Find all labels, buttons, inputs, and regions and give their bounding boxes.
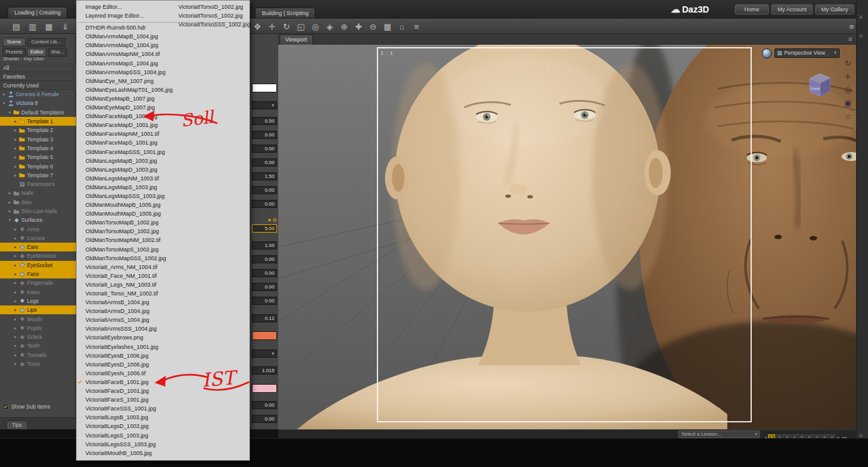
menu-item-oldmanarmsmapb-1004-jpg[interactable]: OldManArmsMapB_1004.jpg <box>77 32 251 41</box>
property-value-field[interactable]: 0.00 <box>252 158 277 167</box>
expand-arrow-icon[interactable]: ► <box>13 353 18 357</box>
color-swatch[interactable] <box>252 384 277 393</box>
menu-item-victoria8-torso-nm-1002-tif[interactable]: Victoria8_Torso_NM_1002.tif <box>77 289 251 298</box>
tree-item-ears[interactable]: ►Ears <box>0 243 76 251</box>
tab-building-scripting[interactable]: Building | Scripting <box>255 8 315 18</box>
nav-button-home[interactable]: Home <box>735 4 769 14</box>
property-dropdown[interactable]: ▼ <box>252 101 277 109</box>
menu-item-victoria8torsosss-1002-jpg[interactable]: Victoria8TorsoSSS_1002.jpg <box>170 20 250 29</box>
menu-item-victoria8eyelashes-1001-jpg[interactable]: Victoria8Eyelashes_1001.jpg <box>77 343 251 351</box>
scale-tool-icon[interactable]: ◱ <box>295 21 307 33</box>
menu-item-victoria8facesss-1001-jpg[interactable]: Victoria8FaceSSS_1001.jpg <box>77 404 251 413</box>
property-value-field[interactable]: 0.00 <box>252 415 277 423</box>
menu-item-oldmantorsomapd-1002-jpg[interactable]: OldManTorsoMapD_1002.jpg <box>77 227 251 236</box>
tips-tab[interactable]: Tips <box>6 420 28 430</box>
tree-item-nails[interactable]: ►Nails <box>0 189 76 197</box>
property-value-field[interactable]: 1.015 <box>252 366 277 375</box>
tree-item-template-4[interactable]: ►Template 4 <box>0 144 76 153</box>
property-value-field[interactable]: 5.00 <box>252 224 277 233</box>
expand-arrow-icon[interactable]: ► <box>13 138 18 141</box>
expand-arrow-icon[interactable]: ► <box>13 335 18 339</box>
tree-item-template-6[interactable]: ►Template 6 <box>0 162 76 170</box>
expand-arrow-icon[interactable]: ► <box>7 201 13 204</box>
tree-item-template-7[interactable]: ►Template 7 <box>0 171 76 180</box>
dock-handle-icon[interactable]: ≡ <box>859 14 862 20</box>
expand-arrow-icon[interactable]: ► <box>13 317 18 321</box>
tree-item-face[interactable]: ►Face <box>0 270 76 278</box>
import-asset-icon[interactable]: ⇓ <box>59 21 72 33</box>
pan-camera-icon[interactable]: ✚ <box>352 21 365 33</box>
scene-options-icon[interactable]: ≡ <box>410 21 423 33</box>
tree-item-sclera[interactable]: ►Sclera <box>0 332 76 341</box>
dock-handle-icon[interactable]: ≡ <box>859 33 862 39</box>
collapse-arrow-icon[interactable]: ▼ <box>7 218 13 222</box>
menu-item-oldmanfacemaps-1001-jpg[interactable]: OldManFaceMapS_1001.jpg <box>77 138 251 147</box>
menu-item-oldmanlegsmaps-1003-jpg[interactable]: OldManLegsMapS_1003.jpg <box>77 183 251 192</box>
collapse-arrow-icon[interactable]: ▼ <box>7 111 13 114</box>
menu-item-oldmaneyemapd-1007-jpg[interactable]: OldManEyeMapD_1007.jpg <box>77 103 251 112</box>
tree-item-toenails[interactable]: ►Toenails <box>0 351 76 360</box>
tree-item-pupils[interactable]: ►Pupils <box>0 324 76 332</box>
expand-arrow-icon[interactable]: ► <box>13 128 18 132</box>
menu-item-oldmanlegsmapsss-1003-jpg[interactable]: OldManLegsMapSSS_1003.jpg <box>77 192 251 201</box>
menu-item-oldmaneye-nm-1007-png[interactable]: OldManEye_NM_1007.png <box>77 77 251 85</box>
checkbox-checked-icon[interactable]: ✔ <box>3 404 9 410</box>
expand-arrow-icon[interactable]: ► <box>13 245 18 249</box>
tree-item-irises[interactable]: ►Irises <box>0 288 76 297</box>
tree-item-teeth[interactable]: ►Teeth <box>0 341 76 350</box>
lesson-select-dropdown[interactable]: Select a Lesson... ▼ <box>678 431 760 438</box>
menu-item-oldmanfacemapnm-1001-tif[interactable]: OldManFaceMapNM_1001.tif <box>77 129 251 138</box>
property-value-field[interactable]: 1.00 <box>252 241 277 250</box>
surface-selection-tool-icon[interactable]: ◈ <box>323 21 336 33</box>
menu-item-victoria8-arms-nm-1004-tif[interactable]: Victoria8_Arms_NM_1004.tif <box>77 263 251 272</box>
new-document-icon[interactable]: ▤ <box>10 21 23 33</box>
universal-tool-icon[interactable]: ✥ <box>251 21 264 33</box>
home-view-icon[interactable]: ⌂ <box>842 110 854 123</box>
nav-button-my-account[interactable]: My Account <box>771 4 813 14</box>
expand-arrow-icon[interactable]: ► <box>13 155 18 159</box>
orientation-cube-gizmo[interactable]: Front <box>805 69 835 100</box>
viewport-lighting-sphere-icon[interactable] <box>762 48 772 58</box>
nav-button-my-gallery[interactable]: My Gallery <box>815 4 854 14</box>
tree-item-template-2[interactable]: ►Template 2 <box>0 126 76 135</box>
show-sub-items-checkbox[interactable]: ✔ Show Sub Items <box>3 404 50 410</box>
expand-arrow-icon[interactable]: ► <box>13 308 18 312</box>
expand-arrow-icon[interactable]: ► <box>13 165 18 168</box>
tree-item-fingernails[interactable]: ►Fingernails <box>0 278 76 287</box>
dolly-camera-icon[interactable]: ⊖ <box>367 21 379 33</box>
expand-arrow-icon[interactable]: ► <box>13 254 18 258</box>
editor-tab-sha[interactable]: Sha... <box>48 48 67 57</box>
menu-item-oldmaneyelashmapt01-1006-jpg[interactable]: OldManEyeLashMapT01_1006.jpg <box>77 85 251 94</box>
menu-item-oldmantorsomapnm-1002-tif[interactable]: OldManTorsoMapNM_1002.tif <box>77 236 251 244</box>
editor-tab-editor[interactable]: Editor <box>27 48 46 57</box>
expand-arrow-icon[interactable]: ► <box>13 344 18 348</box>
expand-arrow-icon[interactable]: ► <box>13 228 18 231</box>
tree-item-torso[interactable]: ►Torso <box>0 360 76 368</box>
expand-arrow-icon[interactable]: ► <box>13 272 18 276</box>
tree-item-skin-lips-nails[interactable]: ►Skin-Lips-Nails <box>0 207 76 216</box>
property-value-field[interactable]: 0.00 <box>252 255 277 263</box>
property-dropdown[interactable]: ▼ <box>252 349 277 358</box>
view-mode-dropdown[interactable]: ▦Perspective View▼ <box>774 48 840 58</box>
translate-tool-icon[interactable]: ✛ <box>266 21 278 33</box>
property-value-field[interactable]: 1.50 <box>252 172 277 180</box>
rotate-tool-icon[interactable]: ↻ <box>280 21 293 33</box>
menu-item-victoria8armsb-1004-jpg[interactable]: Victoria8ArmsB_1004.jpg <box>77 298 251 307</box>
reset-camera-icon[interactable]: ⌂ <box>396 21 408 33</box>
menu-item-victoria8legsb-1003-jpg[interactable]: Victoria8LegsB_1003.jpg <box>77 413 251 422</box>
color-swatch[interactable] <box>252 84 277 92</box>
expand-arrow-icon[interactable]: ► <box>13 146 18 150</box>
property-value-field[interactable]: 0.00 <box>252 131 277 139</box>
menu-item-oldmanfacemapsss-1001-jpg[interactable]: OldManFaceMapSSS_1001.jpg <box>77 148 251 157</box>
expand-arrow-icon[interactable]: ► <box>13 119 18 123</box>
tree-item-skin[interactable]: ►Skin <box>0 198 76 207</box>
menu-item-victoria8mouthb-1005-jpg[interactable]: Victoria8MouthB_1005.jpg <box>77 449 251 458</box>
menu-item-victoria8armssss-1004-jpg[interactable]: Victoria8ArmsSSS_1004.jpg <box>77 324 251 333</box>
open-file-icon[interactable]: ▥ <box>26 21 39 33</box>
menu-item-victoria8faced-1001-jpg[interactable]: Victoria8FaceD_1001.jpg <box>77 387 251 395</box>
menu-item-victoria8armss-1004-jpg[interactable]: Victoria8ArmsS_1004.jpg <box>77 316 251 324</box>
tree-item-lips[interactable]: ►Lips <box>0 305 76 314</box>
menu-item-oldmantorsomapsss-1002-jpg[interactable]: OldManTorsoMapSSS_1002.jpg <box>77 254 251 263</box>
menu-item-oldmaneyemapb-1007-jpg[interactable]: OldManEyeMapB_1007.jpg <box>77 94 251 103</box>
pan-camera-icon[interactable]: ✛ <box>842 70 854 83</box>
